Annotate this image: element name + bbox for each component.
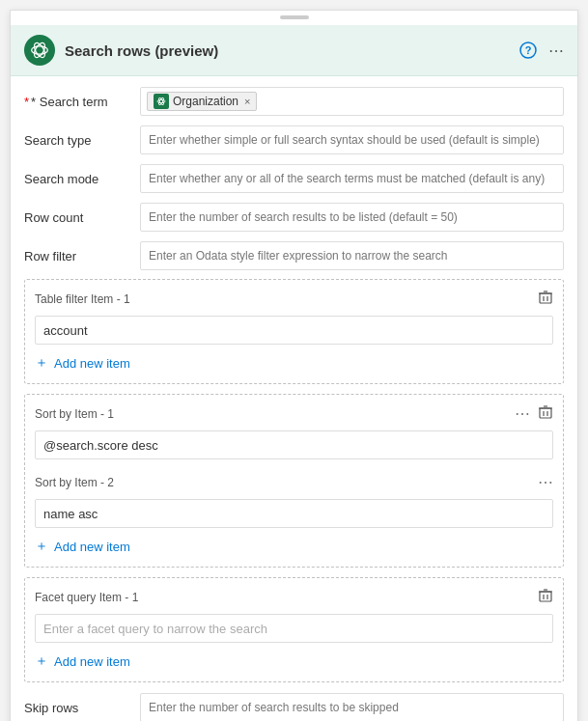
facet-delete-icon xyxy=(538,588,553,603)
search-mode-row: Search mode xyxy=(24,163,564,194)
tag-close-button[interactable]: × xyxy=(244,96,250,107)
more-icon: ⋯ xyxy=(548,42,564,60)
table-filter-delete-button[interactable] xyxy=(538,290,553,308)
search-term-input[interactable]: Organization × xyxy=(140,87,564,116)
svg-rect-8 xyxy=(540,293,551,303)
row-filter-row: Row filter xyxy=(24,240,564,271)
row-count-label: Row count xyxy=(24,210,140,225)
facet-add-label: Add new item xyxy=(54,654,130,669)
tag-dataverse-icon xyxy=(154,94,169,109)
facet-input[interactable] xyxy=(35,614,553,643)
table-filter-add-button[interactable]: ＋ Add new item xyxy=(35,352,130,374)
sort-item2-actions: ⋯ xyxy=(538,473,553,491)
sort-item1-input[interactable] xyxy=(35,430,553,459)
facet-plus-icon: ＋ xyxy=(35,652,48,670)
svg-rect-18 xyxy=(540,592,551,601)
sort-item2-more-button[interactable]: ⋯ xyxy=(538,473,553,491)
skip-rows-row: Skip rows xyxy=(24,692,564,721)
dataverse-icon xyxy=(24,35,55,66)
sort-item1-header: Sort by Item - 1 ⋯ xyxy=(35,404,553,423)
sort-item1-more-button[interactable]: ⋯ xyxy=(515,404,530,423)
skip-rows-input[interactable] xyxy=(140,693,564,721)
table-filter-title: Table filter Item - 1 xyxy=(35,292,130,306)
facet-title: Facet query Item - 1 xyxy=(35,591,138,604)
panel-header: Search rows (preview) ? ⋯ xyxy=(11,25,577,76)
sort-item2-title: Sort by Item - 2 xyxy=(35,476,114,489)
sort-section: Sort by Item - 1 ⋯ xyxy=(24,394,564,568)
row-filter-input[interactable] xyxy=(140,241,564,270)
search-type-input[interactable] xyxy=(140,125,564,154)
required-star: * xyxy=(24,95,29,109)
search-mode-input[interactable] xyxy=(140,164,564,193)
table-filter-actions xyxy=(538,290,553,308)
facet-actions xyxy=(538,588,553,606)
sort-plus-icon: ＋ xyxy=(35,538,48,555)
sort-item2-input[interactable] xyxy=(35,499,553,528)
sort-add-button[interactable]: ＋ Add new item xyxy=(35,536,130,557)
panel-body: ** Search term Organization × xyxy=(11,76,577,721)
table-filter-add-label: Add new item xyxy=(54,356,130,371)
more-options-button[interactable]: ⋯ xyxy=(548,42,564,60)
skip-rows-label: Skip rows xyxy=(24,701,140,715)
sort-item1-title: Sort by Item - 1 xyxy=(35,407,114,421)
help-icon: ? xyxy=(519,42,537,59)
search-type-label: Search type xyxy=(24,133,140,148)
row-count-input[interactable] xyxy=(140,203,564,232)
sort-item1-delete-button[interactable] xyxy=(538,404,553,423)
plus-icon: ＋ xyxy=(35,354,48,372)
delete-icon xyxy=(538,290,553,305)
sort-item1-actions: ⋯ xyxy=(515,404,553,423)
search-term-row: ** Search term Organization × xyxy=(24,86,564,117)
search-type-row: Search type xyxy=(24,125,564,155)
header-left: Search rows (preview) xyxy=(24,35,218,66)
svg-rect-13 xyxy=(540,408,551,418)
svg-point-5 xyxy=(157,99,165,102)
row-filter-label: Row filter xyxy=(24,249,140,263)
facet-delete-button[interactable] xyxy=(538,588,553,606)
organization-tag: Organization × xyxy=(147,92,257,111)
panel-title: Search rows (preview) xyxy=(65,42,218,59)
sort1-delete-icon xyxy=(538,404,553,420)
header-right: ? ⋯ xyxy=(519,42,564,60)
search-term-label: ** Search term xyxy=(24,95,140,109)
row-count-row: Row count xyxy=(24,202,564,233)
facet-section: Facet query Item - 1 ＋ xyxy=(24,577,564,682)
help-button[interactable]: ? xyxy=(519,42,537,59)
svg-text:?: ? xyxy=(525,44,532,56)
table-filter-header: Table filter Item - 1 xyxy=(35,290,553,308)
table-filter-input[interactable] xyxy=(35,316,553,345)
drag-handle xyxy=(280,15,309,19)
facet-header: Facet query Item - 1 xyxy=(35,588,553,606)
dataverse-svg xyxy=(30,41,49,60)
table-filter-section: Table filter Item - 1 ＋ xyxy=(24,279,564,384)
search-rows-panel: Search rows (preview) ? ⋯ ** Search term xyxy=(10,10,578,721)
tag-label: Organization xyxy=(173,95,238,108)
facet-add-button[interactable]: ＋ Add new item xyxy=(35,651,130,672)
sort-item2-header: Sort by Item - 2 ⋯ xyxy=(35,473,553,491)
search-mode-label: Search mode xyxy=(24,172,140,186)
sort-add-label: Add new item xyxy=(54,540,130,554)
